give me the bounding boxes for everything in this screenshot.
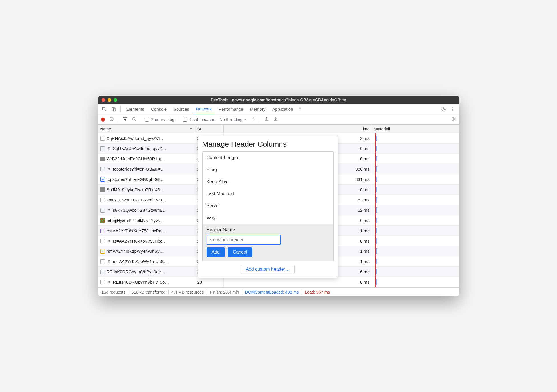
inspect-icon[interactable] xyxy=(100,105,108,113)
image-icon xyxy=(100,157,105,161)
search-icon[interactable] xyxy=(132,116,137,122)
request-name: REIIsK0DRGpyImVbPy_9o… xyxy=(113,280,169,284)
gear-icon: ⚙ xyxy=(107,146,111,151)
request-name: s8KY1QwooTG87Gzv8fIE… xyxy=(113,208,167,213)
request-name: s8KY1QwooTG87Gzv8fIEw9… xyxy=(107,197,166,202)
minimize-button[interactable] xyxy=(108,98,111,102)
tab-memory[interactable]: Memory xyxy=(247,104,268,114)
waterfall-bar xyxy=(376,238,377,244)
waterfall-bar xyxy=(376,279,377,285)
throttling-select[interactable]: No throttling ▼ xyxy=(219,117,247,122)
cell-name: ≡topstories?hl=en-GB&gl=GB… xyxy=(98,174,195,184)
col-time[interactable]: Time xyxy=(224,125,372,133)
add-button[interactable]: Add xyxy=(207,247,225,257)
record-button[interactable] xyxy=(101,118,105,122)
status-dcl: DOMContentLoaded: 400 ms xyxy=(245,290,299,294)
waterfall-bar xyxy=(376,259,377,264)
gear-icon: ⚙ xyxy=(107,259,111,264)
cell-name: REIIsK0DRGpyImVbPy_9oe… xyxy=(98,267,195,277)
cell-name: ⚙XqRNAsJ5AwfIumd_qyvZ… xyxy=(98,144,195,153)
waterfall-bar xyxy=(376,248,377,254)
cell-name: rs=AA2YrTt6xKoY75JHbcPn… xyxy=(98,226,195,236)
main-tabbar: Elements Console Sources Network Perform… xyxy=(98,104,459,114)
upload-icon[interactable] xyxy=(264,116,269,122)
manage-header-columns-popover: Manage Header Columns Content-LengthETag… xyxy=(198,136,338,278)
status-load: Load: 567 ms xyxy=(305,290,330,294)
request-name: rxh5jjHyxmiPPtibflJvNkYyw… xyxy=(107,218,163,223)
status-transferred: 616 kB transferred xyxy=(131,290,165,294)
status-requests: 154 requests xyxy=(102,290,126,294)
cell-waterfall xyxy=(372,246,459,256)
cell-name: rxh5jjHyxmiPPtibflJvNkYyw… xyxy=(98,215,195,225)
file-icon xyxy=(100,167,105,171)
cell-waterfall xyxy=(372,154,459,164)
clear-icon[interactable] xyxy=(109,116,114,122)
col-waterfall[interactable]: Waterfall xyxy=(372,125,459,133)
tab-network[interactable]: Network xyxy=(193,104,215,114)
header-name-input[interactable] xyxy=(207,235,281,245)
disable-cache-checkbox[interactable]: Disable cache xyxy=(183,117,215,122)
cell-waterfall xyxy=(372,277,459,287)
waterfall-bar xyxy=(376,187,377,192)
more-tabs-icon[interactable]: » xyxy=(297,107,303,112)
col-status[interactable]: St xyxy=(195,125,224,133)
tab-performance[interactable]: Performance xyxy=(216,104,246,114)
table-row[interactable]: ⚙REIIsK0DRGpyImVbPy_9o…200 ms xyxy=(98,277,459,287)
cell-waterfall xyxy=(372,174,459,184)
close-button[interactable] xyxy=(102,98,105,102)
header-column-item[interactable]: Vary xyxy=(203,212,333,224)
svg-point-9 xyxy=(132,117,135,120)
cell-name: ⚙rs=AA2YrTsKzpWy4h-UhS… xyxy=(98,256,195,266)
popover-title: Manage Header Columns xyxy=(198,136,338,151)
cell-name: WrB22rlJoIoEe9CHhi60R1nj… xyxy=(98,154,195,164)
svg-point-3 xyxy=(443,108,444,110)
header-column-item[interactable]: ETag xyxy=(203,164,333,176)
settings-icon[interactable] xyxy=(440,105,448,113)
kebab-icon[interactable] xyxy=(449,105,457,113)
window-title: DevTools - news.google.com/topstories?hl… xyxy=(98,98,459,102)
devtools-window: DevTools - news.google.com/topstories?hl… xyxy=(98,96,459,296)
download-icon[interactable] xyxy=(273,116,278,122)
request-name: rs=AA2YrTt6xKoY75JHbc… xyxy=(113,239,167,243)
network-conditions-icon[interactable] xyxy=(251,116,256,122)
waterfall-bar xyxy=(376,156,377,161)
gear-icon: ⚙ xyxy=(107,239,111,243)
svg-line-8 xyxy=(110,118,113,120)
waterfall-bar xyxy=(376,166,377,172)
tab-elements[interactable]: Elements xyxy=(124,104,147,114)
status-resources: 4.4 MB resources xyxy=(171,290,204,294)
maximize-button[interactable] xyxy=(114,98,117,102)
col-name[interactable]: Name▼ xyxy=(98,125,195,133)
settings-panel-icon[interactable] xyxy=(451,116,456,122)
request-name: XqRNAsJ5AwfIumd_qyvZk1… xyxy=(107,136,165,141)
request-name: rs=AA2YrTsKzpWy4h-UhS… xyxy=(113,259,168,264)
request-name: rs=AA2YrTt6xKoY75JHbcPn… xyxy=(107,228,166,233)
filter-icon[interactable] xyxy=(122,116,128,122)
cell-waterfall xyxy=(372,215,459,225)
file-icon xyxy=(100,239,105,243)
device-toggle-icon[interactable] xyxy=(110,105,118,113)
header-column-item[interactable]: Last-Modified xyxy=(203,188,333,200)
add-header-section: Header Name Add Cancel xyxy=(203,224,333,261)
tab-sources[interactable]: Sources xyxy=(171,104,192,114)
file-icon xyxy=(100,259,105,264)
dcl-marker-line xyxy=(375,133,376,287)
tab-console[interactable]: Console xyxy=(148,104,169,114)
request-name: topstories?hl=en-GB&gl=GB… xyxy=(107,177,165,182)
tab-application[interactable]: Application xyxy=(269,104,296,114)
cell-waterfall xyxy=(372,256,459,266)
add-custom-header-button[interactable]: Add custom header… xyxy=(241,265,295,274)
cell-name: ·rs=AA2YrTsKzpWy4h-UhSy… xyxy=(98,246,195,256)
preserve-log-checkbox[interactable]: Preserve log xyxy=(145,117,175,122)
svg-point-11 xyxy=(253,120,253,121)
header-column-item[interactable]: Server xyxy=(203,200,333,212)
header-column-item[interactable]: Content-Length xyxy=(203,152,333,164)
gear-icon: ⚙ xyxy=(107,280,111,284)
header-listbox: Content-LengthETagKeep-AliveLast-Modifie… xyxy=(202,151,334,261)
cancel-button[interactable]: Cancel xyxy=(228,247,252,257)
header-column-item[interactable]: Keep-Alive xyxy=(203,176,333,188)
request-name: WrB22rlJoIoEe9CHhi60R1nj… xyxy=(107,156,165,161)
svg-rect-2 xyxy=(113,108,115,111)
image-icon xyxy=(100,187,105,192)
cell-waterfall xyxy=(372,226,459,236)
